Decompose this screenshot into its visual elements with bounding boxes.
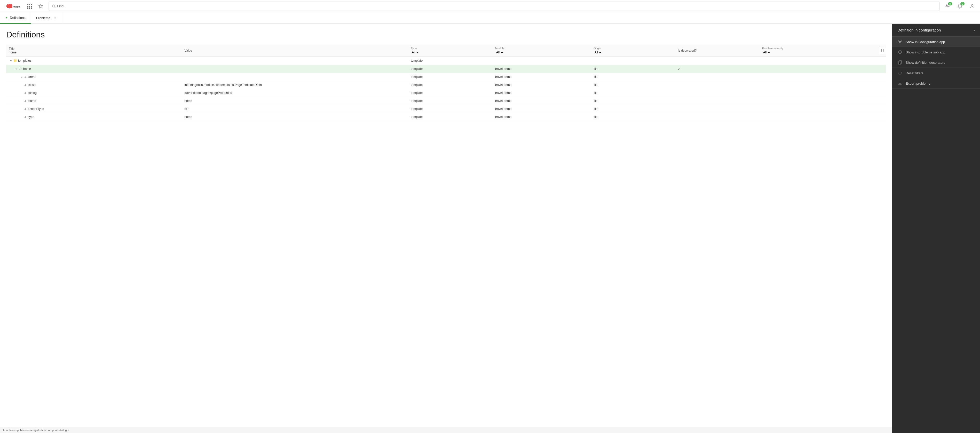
pulse-button[interactable]: 0	[942, 0, 953, 12]
topbar: magnolia 0	[0, 0, 980, 13]
show-decorators-label: Show definition decorators	[906, 61, 945, 65]
table-row[interactable]: ▸◈areastemplatetravel-demofile	[6, 73, 886, 81]
user-button[interactable]	[967, 0, 978, 12]
export-icon	[897, 81, 902, 86]
cell-type: template	[408, 113, 493, 121]
panel-expand-icon[interactable]: ›	[974, 28, 975, 32]
cell-origin: file	[591, 73, 675, 81]
col-origin-label: Origin	[593, 47, 673, 50]
col-severity-label: Problem severity	[762, 47, 883, 50]
cell-value	[182, 57, 408, 65]
cell-module: travel-demo	[493, 89, 591, 97]
apps-button[interactable]	[24, 0, 35, 12]
favorites-button[interactable]	[35, 0, 46, 12]
table-row[interactable]: ◆renderTypesitetemplatetravel-demofile	[6, 105, 886, 113]
svg-rect-7	[31, 6, 32, 7]
search-bar[interactable]	[49, 2, 940, 11]
reset-filters-label: Reset filters	[906, 71, 923, 75]
cell-module	[493, 57, 591, 65]
row-title-text: areas	[29, 75, 36, 79]
cell-severity	[759, 105, 886, 113]
pulse-badge: 0	[948, 2, 952, 5]
cell-severity	[759, 113, 886, 121]
table-container: Title home Value Type	[6, 44, 886, 121]
cell-type: template	[408, 105, 493, 113]
panel-show-decorators[interactable]: Show definition decorators	[892, 57, 980, 68]
cell-type: template	[408, 57, 493, 65]
right-panel-title: Definition in configuration	[897, 28, 941, 32]
cell-module: travel-demo	[493, 65, 591, 73]
cell-module: travel-demo	[493, 97, 591, 105]
content-area: Definitions Title home	[0, 24, 892, 433]
tab-problems-close[interactable]: ×	[52, 15, 59, 21]
col-module-filter[interactable]: All	[495, 50, 504, 54]
cell-title: ◆type	[6, 113, 182, 121]
folder-icon: 📁	[13, 59, 17, 63]
svg-line-12	[54, 7, 56, 8]
panel-export-problems[interactable]: Export problems	[892, 78, 980, 89]
cell-decorated	[675, 97, 759, 105]
table-row[interactable]: ◆namehometemplatetravel-demofile	[6, 97, 886, 105]
collapse-panel-button[interactable]	[879, 47, 886, 54]
svg-text:magnolia: magnolia	[13, 5, 20, 8]
table-body: ▾📁templatestemplate▾⬡hometemplatetravel-…	[6, 57, 886, 121]
col-type: Type All	[408, 44, 493, 57]
tabbar: ✦ Definitions Problems ×	[0, 13, 980, 24]
cell-value: site	[182, 105, 408, 113]
svg-rect-9	[29, 8, 30, 9]
cell-severity	[759, 97, 886, 105]
expand-btn[interactable]: ▾	[14, 67, 18, 71]
cell-origin: file	[591, 65, 675, 73]
tab-problems[interactable]: Problems ×	[31, 13, 64, 24]
logo-img: magnolia	[5, 3, 20, 10]
expand-btn[interactable]: ▸	[19, 75, 23, 79]
property-icon: ◆	[23, 107, 27, 111]
notifications-button[interactable]: 0	[954, 0, 966, 12]
table-row[interactable]: ▾⬡hometemplatetravel-demofile✓	[6, 65, 886, 73]
copy-icon	[897, 60, 902, 65]
cell-severity	[759, 89, 886, 97]
col-decorated: Is decorated?	[675, 44, 759, 57]
user-icon	[970, 4, 975, 9]
show-in-problems-label: Show in problems sub app	[906, 50, 945, 54]
expand-btn[interactable]: ▾	[9, 59, 13, 63]
cell-decorated	[675, 105, 759, 113]
tab-definitions[interactable]: ✦ Definitions	[0, 13, 31, 24]
cell-severity	[759, 57, 886, 65]
search-input[interactable]	[57, 4, 936, 8]
table-row[interactable]: ▾📁templatestemplate	[6, 57, 886, 65]
cell-origin	[591, 57, 675, 65]
statusbar-text: templates~public-user-registration:compo…	[3, 428, 69, 432]
right-panel-header: Definition in configuration ›	[892, 24, 980, 36]
svg-rect-10	[31, 8, 32, 9]
table-row[interactable]: ◆dialogtravel-demo:pages/pagePropertiest…	[6, 89, 886, 97]
col-severity-filter[interactable]: All	[762, 50, 771, 54]
row-title-text: home	[23, 67, 31, 71]
cell-origin: file	[591, 113, 675, 121]
panel-show-in-config[interactable]: Show in Configuration app	[892, 36, 980, 47]
table-row[interactable]: ◆typehometemplatetravel-demofile	[6, 113, 886, 121]
main-layout: Definitions Title home	[0, 24, 980, 433]
cell-decorated	[675, 113, 759, 121]
show-in-config-label: Show in Configuration app	[906, 40, 945, 44]
cell-title: ▾⬡home	[6, 65, 182, 73]
panel-show-in-problems[interactable]: Show in problems sub app	[892, 47, 980, 57]
cell-severity	[759, 81, 886, 89]
svg-rect-15	[883, 49, 884, 52]
grid-icon	[27, 4, 32, 9]
cell-value: info.magnolia.module.site.templates.Page…	[182, 81, 408, 89]
svg-point-13	[972, 5, 973, 6]
col-origin: Origin All	[591, 44, 675, 57]
col-type-filter[interactable]: All	[411, 50, 420, 54]
property-icon: ◆	[23, 83, 27, 87]
col-title: Title home	[6, 44, 182, 57]
statusbar: templates~public-user-registration:compo…	[0, 427, 892, 433]
col-decorated-label: Is decorated?	[678, 49, 697, 52]
logo: magnolia	[2, 0, 23, 13]
panel-reset-filters[interactable]: Reset filters	[892, 68, 980, 78]
table-row[interactable]: ◆classinfo.magnolia.module.site.template…	[6, 81, 886, 89]
col-origin-filter[interactable]: All	[593, 50, 602, 54]
svg-point-19	[900, 52, 900, 53]
cell-decorated	[675, 89, 759, 97]
cell-value	[182, 65, 408, 73]
